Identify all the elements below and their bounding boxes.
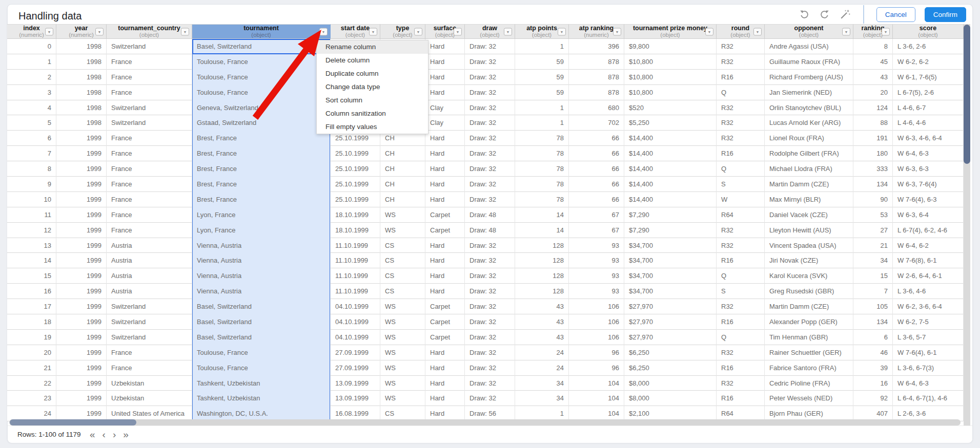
cell-ranking[interactable]: 21	[853, 238, 893, 253]
cell-opponent[interactable]: Orlin Stanoytchev (BUL)	[765, 100, 853, 116]
cell-opponent[interactable]: Martin Damm (CZE)	[765, 177, 853, 192]
cell-draw[interactable]: Draw: 32	[465, 131, 515, 146]
cell-type[interactable]: CH	[380, 146, 425, 161]
cell-surface[interactable]: Carpet	[425, 314, 465, 330]
cell-opponent[interactable]: Greg Rusedski (GBR)	[765, 284, 853, 299]
cell-ranking[interactable]: 45	[853, 54, 893, 70]
cell-year[interactable]: 1999	[56, 345, 107, 360]
cell-index[interactable]: 10	[7, 192, 56, 207]
cell-surface[interactable]: Hard	[425, 192, 465, 207]
cell-ranking[interactable]: 46	[853, 345, 893, 360]
cell-tournament-country[interactable]: Austria	[107, 284, 192, 299]
cell-ranking[interactable]: 34	[853, 253, 893, 268]
cell-score[interactable]: W 6-2, 3-6, 6-4	[893, 299, 964, 314]
cell-type[interactable]: WS	[380, 330, 425, 345]
cell-score[interactable]: W 6-1, 7-6(5)	[893, 70, 964, 85]
cell-draw[interactable]: Draw: 32	[465, 115, 515, 131]
cell-atp-ranking[interactable]: 66	[569, 146, 624, 161]
cell-type[interactable]: CH	[380, 161, 425, 177]
cell-year[interactable]: 1998	[56, 39, 107, 54]
cell-start-date[interactable]: 27.09.1999	[331, 345, 380, 360]
cell-tournament-prize-money[interactable]: $14,400	[624, 161, 717, 177]
cell-index[interactable]: 4	[7, 100, 56, 116]
cell-ranking[interactable]: 105	[853, 299, 893, 314]
filter-icon-atp-ranking[interactable]: ▼	[613, 28, 621, 35]
cell-tournament[interactable]: Toulouse, France	[192, 70, 331, 85]
column-header-index[interactable]: index(numeric)▼	[7, 24, 56, 39]
cell-score[interactable]: L 4-6, 4-6	[893, 115, 964, 131]
cell-tournament-country[interactable]: Austria	[107, 268, 192, 284]
cell-start-date[interactable]: 25.10.1999	[331, 161, 380, 177]
cell-index[interactable]: 15	[7, 268, 56, 284]
cell-opponent[interactable]: Richard Fromberg (AUS)	[765, 70, 853, 85]
cell-score[interactable]: L 6-4, 6-7(1), 4-6	[893, 391, 964, 406]
cell-surface[interactable]: Hard	[425, 131, 465, 146]
column-header-draw[interactable]: draw(object)▼	[465, 24, 515, 39]
cell-tournament-prize-money[interactable]: $8,000	[624, 391, 717, 406]
cell-tournament-country[interactable]: France	[107, 360, 192, 376]
cell-index[interactable]: 21	[7, 360, 56, 376]
cell-score[interactable]: W 6-4, 6-3	[893, 376, 964, 391]
cell-tournament[interactable]: Vienna, Austria	[192, 238, 331, 253]
cell-round[interactable]: R32	[717, 100, 765, 116]
cell-start-date[interactable]: 13.09.1999	[331, 391, 380, 406]
cell-ranking[interactable]: 134	[853, 177, 893, 192]
cell-year[interactable]: 1999	[56, 391, 107, 406]
cell-index[interactable]: 8	[7, 161, 56, 177]
menu-item-duplicate-column[interactable]: Duplicate column	[317, 67, 428, 80]
cell-tournament-prize-money[interactable]: $520	[624, 100, 717, 116]
filter-icon-ranking[interactable]: ▼	[882, 28, 890, 35]
cell-start-date[interactable]: 04.10.1999	[331, 299, 380, 314]
cell-surface[interactable]: Carpet	[425, 330, 465, 345]
cell-score[interactable]: L 6-7(5), 2-6	[893, 85, 964, 100]
cell-type[interactable]: WS	[380, 376, 425, 391]
cell-index[interactable]: 20	[7, 345, 56, 360]
cell-tournament[interactable]: Toulouse, France	[192, 85, 331, 100]
filter-icon-year[interactable]: ▼	[95, 28, 104, 35]
cell-draw[interactable]: Draw: 32	[465, 284, 515, 299]
cell-opponent[interactable]: Guillaume Raoux (FRA)	[765, 54, 853, 70]
cell-tournament[interactable]: Vienna, Austria	[192, 253, 331, 268]
cell-score[interactable]: W 7-6(4), 6-1	[893, 345, 964, 360]
cell-round[interactable]: S	[717, 177, 765, 192]
cell-start-date[interactable]: 04.10.1999	[331, 314, 380, 330]
cell-round[interactable]: R16	[717, 70, 765, 85]
cell-tournament[interactable]: Tashkent, Uzbekistan	[192, 391, 331, 406]
cell-year[interactable]: 1999	[56, 131, 107, 146]
cell-draw[interactable]: Draw: 32	[465, 299, 515, 314]
cell-surface[interactable]: Hard	[425, 146, 465, 161]
cell-surface[interactable]: Hard	[425, 360, 465, 376]
cell-score[interactable]: W 6-3, 6-3	[893, 161, 964, 177]
cell-tournament-prize-money[interactable]: $14,400	[624, 131, 717, 146]
cell-surface[interactable]: Carpet	[425, 207, 465, 223]
cell-atp-ranking[interactable]: 66	[569, 161, 624, 177]
cell-atp-points[interactable]: 59	[515, 85, 569, 100]
cell-opponent[interactable]: Rainer Schuettler (GER)	[765, 345, 853, 360]
cell-type[interactable]: CS	[380, 268, 425, 284]
cell-atp-points[interactable]: 128	[515, 268, 569, 284]
cell-year[interactable]: 1999	[56, 284, 107, 299]
cell-atp-points[interactable]: 1	[515, 100, 569, 116]
cell-tournament[interactable]: Toulouse, France	[192, 360, 331, 376]
cell-opponent[interactable]: Andre Agassi (USA)	[765, 39, 853, 54]
cell-year[interactable]: 1999	[56, 376, 107, 391]
cell-year[interactable]: 1999	[56, 330, 107, 345]
cell-index[interactable]: 9	[7, 177, 56, 192]
cell-surface[interactable]: Hard	[425, 376, 465, 391]
cell-atp-points[interactable]: 14	[515, 223, 569, 238]
cell-tournament-country[interactable]: France	[107, 85, 192, 100]
cell-opponent[interactable]: Lucas Arnold Ker (ARG)	[765, 115, 853, 131]
cell-start-date[interactable]: 11.10.1999	[331, 268, 380, 284]
cell-atp-points[interactable]: 78	[515, 192, 569, 207]
cell-tournament-prize-money[interactable]: $6,250	[624, 360, 717, 376]
cell-atp-ranking[interactable]: 396	[569, 39, 624, 54]
cell-atp-points[interactable]: 128	[515, 253, 569, 268]
horizontal-scrollbar-thumb[interactable]	[10, 419, 136, 425]
cell-tournament-country[interactable]: France	[107, 70, 192, 85]
cell-year[interactable]: 1998	[56, 115, 107, 131]
cell-start-date[interactable]: 18.10.1999	[331, 223, 380, 238]
cell-score[interactable]: L 6-7(4), 6-2, 4-6	[893, 223, 964, 238]
cell-surface[interactable]: Carpet	[425, 299, 465, 314]
cell-opponent[interactable]: Vincent Spadea (USA)	[765, 238, 853, 253]
cell-year[interactable]: 1999	[56, 299, 107, 314]
